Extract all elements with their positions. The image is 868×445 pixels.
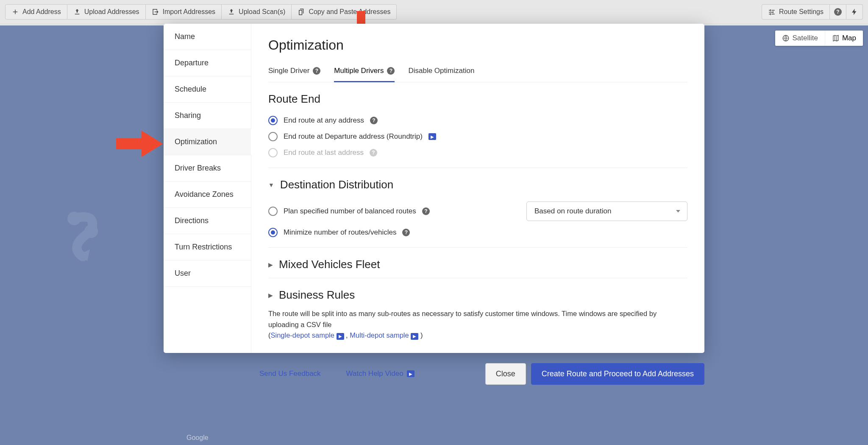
link-label: Multi-depot sample	[350, 331, 409, 339]
watch-help-video-link[interactable]: Watch Help Video ▶	[346, 369, 415, 378]
select-value: Based on route duration	[534, 207, 611, 215]
help-icon[interactable]: ?	[387, 67, 395, 75]
radio-icon	[268, 207, 278, 216]
sidebar-item-label: Departure	[175, 59, 209, 67]
radio-label: End route at last address	[284, 148, 364, 157]
sidebar-item-label: User	[175, 269, 191, 277]
sidebar-item-label: Directions	[175, 216, 209, 225]
caret-down-icon: ▼	[268, 182, 274, 188]
create-route-button[interactable]: Create Route and Proceed to Add Addresse…	[531, 363, 704, 385]
play-icon[interactable]: ▶	[411, 333, 418, 340]
sidebar-item-departure[interactable]: Departure	[164, 50, 251, 76]
button-label: Close	[496, 369, 515, 378]
sidebar-item-label: Schedule	[175, 85, 206, 93]
link-label: Watch Help Video	[346, 369, 403, 378]
radio-label: Minimize number of routes/vehicles	[284, 228, 396, 237]
section-label: Destination Distribution	[280, 178, 393, 191]
info-text-body: The route will be split into as many sub…	[268, 310, 657, 328]
sidebar-item-label: Optimization	[175, 137, 217, 146]
settings-sidebar: Name Departure Schedule Sharing Optimiza…	[164, 24, 251, 353]
play-icon: ▶	[407, 370, 415, 377]
divider	[268, 168, 687, 168]
help-icon[interactable]: ?	[313, 67, 320, 75]
sidebar-item-label: Driver Breaks	[175, 164, 221, 172]
caret-right-icon: ▶	[268, 292, 273, 299]
play-icon[interactable]: ▶	[337, 333, 344, 340]
close-button[interactable]: Close	[485, 363, 526, 385]
balance-basis-select[interactable]: Based on route duration	[526, 202, 687, 221]
sidebar-item-label: Name	[175, 32, 195, 41]
tab-label: Disable Optimization	[408, 67, 474, 75]
caret-right-icon: ▶	[268, 261, 273, 268]
info-text: The route will be split into as many sub…	[268, 308, 687, 341]
link-label: Single-depot sample	[271, 331, 334, 339]
help-icon: ?	[370, 149, 377, 157]
radio-icon	[268, 228, 278, 237]
route-end-title: Route End	[268, 92, 687, 106]
sidebar-item-avoidance-zones[interactable]: Avoidance Zones	[164, 182, 251, 208]
modal-footer: Send Us Feedback Watch Help Video ▶ Clos…	[164, 353, 704, 395]
sidebar-item-optimization[interactable]: Optimization	[164, 129, 251, 155]
optimization-panel: Optimization Single Driver ? Multiple Dr…	[251, 24, 704, 353]
sidebar-item-label: Turn Restrictions	[175, 243, 232, 251]
radio-label: End route at any address	[284, 116, 364, 125]
link-label: Send Us Feedback	[259, 369, 321, 378]
divider	[268, 247, 687, 248]
send-feedback-link[interactable]: Send Us Feedback	[259, 369, 321, 378]
sidebar-item-name[interactable]: Name	[164, 24, 251, 50]
section-label: Business Rules	[279, 288, 355, 302]
balanced-routes-row[interactable]: Plan specified number of balanced routes…	[268, 207, 430, 216]
section-label: Mixed Vehicles Fleet	[279, 258, 380, 271]
help-icon[interactable]: ?	[402, 229, 410, 236]
radio-icon	[268, 116, 278, 125]
modal-backdrop: Name Departure Schedule Sharing Optimiza…	[0, 0, 868, 445]
help-icon[interactable]: ?	[370, 117, 378, 124]
sidebar-item-schedule[interactable]: Schedule	[164, 76, 251, 103]
route-settings-modal: Name Departure Schedule Sharing Optimiza…	[164, 24, 704, 395]
tab-label: Multiple Drivers	[334, 67, 384, 75]
single-depot-sample-link[interactable]: Single-depot sample	[271, 331, 334, 339]
button-label: Create Route and Proceed to Add Addresse…	[542, 369, 694, 378]
minimize-routes-row[interactable]: Minimize number of routes/vehicles ?	[268, 224, 687, 241]
radio-label: End route at Departure address (Roundtri…	[284, 132, 423, 141]
radio-icon	[268, 132, 278, 141]
radio-icon	[268, 148, 278, 157]
sidebar-item-directions[interactable]: Directions	[164, 208, 251, 234]
sidebar-item-driver-breaks[interactable]: Driver Breaks	[164, 155, 251, 182]
route-end-any-row[interactable]: End route at any address ?	[268, 112, 687, 129]
mixed-vehicles-fleet-header[interactable]: ▶ Mixed Vehicles Fleet	[268, 258, 687, 271]
tab-label: Single Driver	[268, 67, 309, 75]
route-end-last-row: End route at last address ?	[268, 145, 687, 161]
business-rules-header[interactable]: ▶ Business Rules	[268, 288, 687, 302]
sidebar-item-label: Avoidance Zones	[175, 190, 234, 199]
panel-heading: Optimization	[268, 37, 687, 53]
tab-single-driver[interactable]: Single Driver ?	[268, 61, 320, 82]
sidebar-item-user[interactable]: User	[164, 260, 251, 287]
multi-depot-sample-link[interactable]: Multi-depot sample	[350, 331, 409, 339]
route-end-roundtrip-row[interactable]: End route at Departure address (Roundtri…	[268, 129, 687, 145]
divider	[268, 278, 687, 278]
tab-multiple-drivers[interactable]: Multiple Drivers ?	[334, 61, 395, 82]
sidebar-item-label: Sharing	[175, 111, 201, 120]
tab-disable-optimization[interactable]: Disable Optimization	[408, 61, 474, 82]
sidebar-item-sharing[interactable]: Sharing	[164, 103, 251, 129]
destination-distribution-header[interactable]: ▼ Destination Distribution	[268, 178, 687, 191]
driver-mode-tabs: Single Driver ? Multiple Drivers ? Disab…	[268, 61, 687, 82]
help-icon[interactable]: ?	[422, 207, 430, 215]
sidebar-item-turn-restrictions[interactable]: Turn Restrictions	[164, 234, 251, 260]
play-icon[interactable]: ▶	[428, 133, 436, 140]
radio-label: Plan specified number of balanced routes	[284, 207, 416, 216]
